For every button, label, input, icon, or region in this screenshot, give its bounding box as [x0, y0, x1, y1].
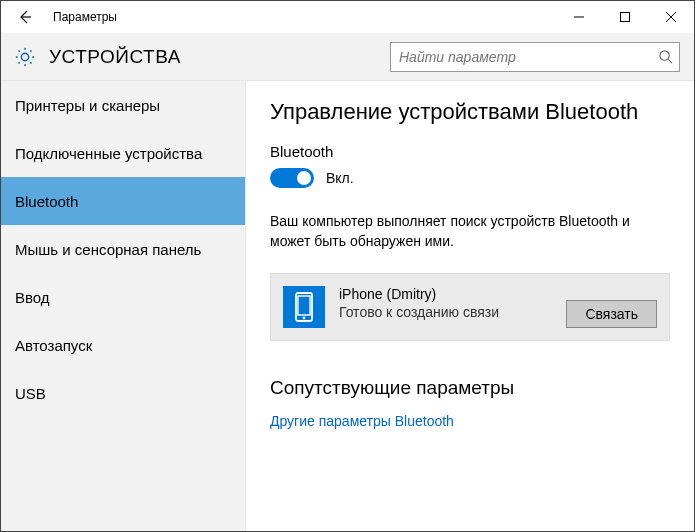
sidebar-item-label: Ввод [15, 289, 50, 306]
pair-button[interactable]: Связать [566, 300, 657, 328]
sidebar: Принтеры и сканеры Подключенные устройст… [1, 81, 246, 531]
sidebar-item-label: Автозапуск [15, 337, 92, 354]
search-input[interactable] [399, 49, 658, 65]
related-link-bluetooth[interactable]: Другие параметры Bluetooth [270, 413, 670, 429]
section-title: УСТРОЙСТВА [49, 46, 390, 68]
gear-icon [1, 46, 49, 68]
device-card[interactable]: iPhone (Dmitry) Готово к созданию связи … [270, 273, 670, 341]
toggle-state: Вкл. [326, 170, 354, 186]
sidebar-item-connected-devices[interactable]: Подключенные устройства [1, 129, 245, 177]
sidebar-item-label: USB [15, 385, 46, 402]
maximize-button[interactable] [602, 1, 648, 33]
minimize-button[interactable] [556, 1, 602, 33]
search-icon [658, 49, 673, 64]
header: УСТРОЙСТВА [1, 33, 694, 81]
sidebar-item-label: Мышь и сенсорная панель [15, 241, 201, 258]
page-title: Управление устройствами Bluetooth [270, 99, 670, 125]
svg-rect-3 [298, 296, 310, 315]
content: Принтеры и сканеры Подключенные устройст… [1, 81, 694, 531]
toggle-label: Bluetooth [270, 143, 670, 160]
svg-point-1 [660, 51, 669, 60]
sidebar-item-autoplay[interactable]: Автозапуск [1, 321, 245, 369]
sidebar-item-bluetooth[interactable]: Bluetooth [1, 177, 245, 225]
sidebar-item-mouse-touchpad[interactable]: Мышь и сенсорная панель [1, 225, 245, 273]
phone-icon [283, 286, 325, 328]
close-button[interactable] [648, 1, 694, 33]
main-panel: Управление устройствами Bluetooth Blueto… [246, 81, 694, 531]
sidebar-item-printers[interactable]: Принтеры и сканеры [1, 81, 245, 129]
sidebar-item-label: Подключенные устройства [15, 145, 202, 162]
arrow-left-icon [17, 9, 33, 25]
sidebar-item-label: Bluetooth [15, 193, 78, 210]
sidebar-item-input[interactable]: Ввод [1, 273, 245, 321]
svg-rect-0 [621, 13, 630, 22]
search-box[interactable] [390, 42, 680, 72]
window-title: Параметры [49, 10, 556, 24]
device-name: iPhone (Dmitry) [339, 286, 499, 302]
back-button[interactable] [1, 1, 49, 33]
sidebar-item-label: Принтеры и сканеры [15, 97, 160, 114]
titlebar: Параметры [1, 1, 694, 33]
sidebar-item-usb[interactable]: USB [1, 369, 245, 417]
device-status: Готово к созданию связи [339, 304, 499, 320]
bluetooth-toggle-row: Вкл. [270, 168, 670, 188]
related-heading: Сопутствующие параметры [270, 377, 670, 399]
bluetooth-toggle[interactable] [270, 168, 314, 188]
bluetooth-description: Ваш компьютер выполняет поиск устройств … [270, 212, 670, 251]
svg-point-4 [303, 317, 306, 320]
